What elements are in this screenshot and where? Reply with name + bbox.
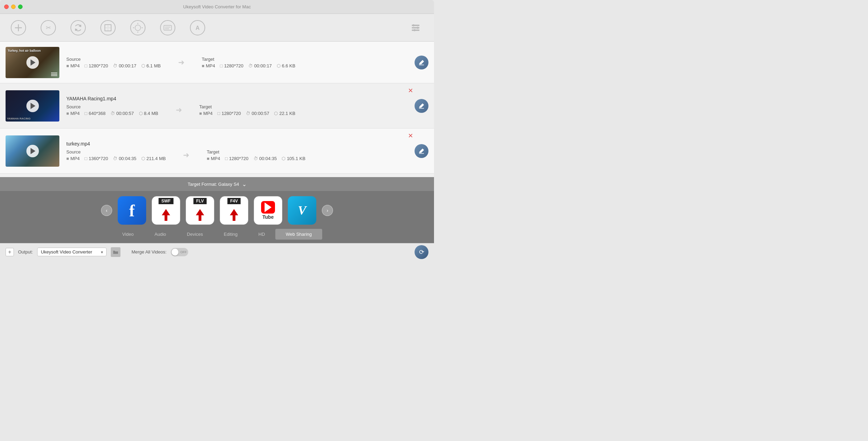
source-label: Source xyxy=(66,104,158,109)
format-vimeo[interactable]: V xyxy=(288,196,316,225)
tab-hd[interactable]: HD xyxy=(248,229,275,240)
file-thumbnail[interactable] xyxy=(6,135,59,167)
subtitle-tool-button[interactable] xyxy=(160,20,176,36)
play-button[interactable] xyxy=(26,56,39,69)
close-file-button[interactable]: ✕ xyxy=(408,132,413,140)
add-file-button[interactable]: + xyxy=(6,248,14,256)
tab-devices[interactable]: Devices xyxy=(176,229,213,240)
source-section: Source ■ MP4 □ 1360*720 ⏱ 00:04:35 xyxy=(66,149,166,161)
file-thumbnail[interactable]: YAMAHA RACING xyxy=(6,90,59,122)
carousel-next[interactable]: › xyxy=(322,205,333,216)
source-meta-items: ■ MP4 □ 1280*720 ⏱ 00:00:17 ⬡ xyxy=(66,63,161,68)
format-carousel: ‹ f SWF FLV xyxy=(0,196,434,225)
arrow-icon: ➜ xyxy=(171,58,191,67)
output-select[interactable]: Ukeysoft Video Converter xyxy=(37,248,107,256)
app-title: Ukeysoft Video Converter for Mac xyxy=(183,4,251,9)
format-facebook[interactable]: f xyxy=(118,196,146,225)
toggle-off-label: OFF xyxy=(181,250,187,254)
target-size: ⬡ 6.6 KB xyxy=(277,63,295,68)
maximize-button[interactable] xyxy=(18,5,23,9)
tab-web-sharing[interactable]: Web Sharing xyxy=(275,229,322,240)
arrow-icon: ➜ xyxy=(169,106,189,115)
rotate-tool-button[interactable] xyxy=(70,20,86,36)
source-format: ■ MP4 xyxy=(66,63,80,68)
svg-marker-33 xyxy=(196,209,204,221)
carousel-prev[interactable]: ‹ xyxy=(101,205,112,216)
settings-button[interactable] xyxy=(408,20,424,36)
add-tool-button[interactable] xyxy=(10,20,26,36)
duration-icon: ⏱ xyxy=(113,63,117,68)
file-info: YAMAHA Racing1.mp4 Source ■ MP4 □ 640*36… xyxy=(59,96,415,116)
edit-button[interactable] xyxy=(415,56,428,69)
target-section: Target ■ MP4 □ 1280*720 ⏱ 00:04:35 xyxy=(207,149,305,161)
cut-tool-button[interactable]: ✂ xyxy=(40,20,56,36)
svg-point-11 xyxy=(135,25,141,31)
target-resolution: □ 1280*720 xyxy=(220,63,244,68)
svg-marker-34 xyxy=(230,209,238,221)
bottom-panel: ‹ f SWF FLV xyxy=(0,191,434,243)
merge-toggle[interactable]: OFF xyxy=(171,248,188,256)
edit-button[interactable] xyxy=(415,144,428,158)
file-thumbnail[interactable]: Turkey, hot air balloon xyxy=(6,47,59,78)
target-duration: ⏱ 00:00:17 xyxy=(248,63,272,68)
file-meta-row: Source ■ MP4 □ 1280*720 ⏱ 00:00:17 xyxy=(66,57,408,68)
minimize-button[interactable] xyxy=(11,5,16,9)
crop-tool-button[interactable] xyxy=(100,20,116,36)
files-area: Turkey, hot air balloon Source ■ MP4 xyxy=(0,42,434,177)
size-icon: ⬡ xyxy=(141,63,145,68)
source-meta-items: ■ MP4 □ 1360*720 ⏱ 00:04:35 ⬡ xyxy=(66,156,166,161)
target-section: Target ■ MP4 □ 1280*720 ⏱ 00:00:17 xyxy=(202,57,295,68)
target-meta-items: ■ MP4 □ 1280*720 ⏱ 00:00:17 ⬡ xyxy=(202,63,295,68)
toggle-track[interactable]: OFF xyxy=(171,248,188,256)
close-button[interactable] xyxy=(4,5,9,9)
source-section: Source ■ MP4 □ 1280*720 ⏱ 00:00:17 xyxy=(66,57,161,68)
svg-text:✂: ✂ xyxy=(46,24,51,31)
close-file-button[interactable]: ✕ xyxy=(408,87,413,94)
file-row: turkey.mp4 Source ■ MP4 □ 1360*720 xyxy=(0,128,434,174)
toggle-knob xyxy=(172,249,178,256)
format-bar-dropdown[interactable]: ⌄ xyxy=(242,181,247,188)
output-select-wrapper: Ukeysoft Video Converter ▼ xyxy=(37,248,107,256)
svg-point-10 xyxy=(131,20,145,35)
svg-text:A: A xyxy=(195,25,200,31)
svg-point-5 xyxy=(71,20,85,35)
tab-editing[interactable]: Editing xyxy=(214,229,248,240)
watermark-tool-button[interactable]: A xyxy=(190,20,206,36)
play-button[interactable] xyxy=(26,100,39,112)
merge-label: Merge All Videos: xyxy=(132,249,167,255)
file-meta-row: Source ■ MP4 □ 1360*720 ⏱ 00:04:35 xyxy=(66,149,408,161)
folder-button[interactable] xyxy=(111,247,120,257)
output-label: Output: xyxy=(18,249,33,255)
format-icons: f SWF FLV xyxy=(118,196,316,225)
effect-tool-button[interactable] xyxy=(130,20,146,36)
svg-point-25 xyxy=(412,24,415,26)
edit-icon xyxy=(418,59,425,66)
thumbnail-menu[interactable] xyxy=(51,73,57,76)
file-meta-row: Source ■ MP4 □ 640*368 ⏱ 00:00:57 xyxy=(66,104,408,116)
source-label: Source xyxy=(66,57,161,62)
toolbar: ✂ xyxy=(0,14,434,42)
svg-rect-17 xyxy=(164,25,172,30)
format-bar: Target Format: Galaxy S4 ⌄ xyxy=(0,177,434,191)
format-youtube[interactable]: Tube xyxy=(254,196,282,225)
format-f4v[interactable]: F4V xyxy=(220,196,248,225)
format-icon: ■ xyxy=(66,63,69,68)
target-section: Target ■ MP4 □ 1280*720 ⏱ 00:00:57 xyxy=(199,104,295,116)
toolbar-icons: ✂ xyxy=(10,20,408,36)
play-button[interactable] xyxy=(26,145,39,157)
target-meta-items: ■ MP4 □ 1280*720 ⏱ 00:04:35 ⬡ xyxy=(207,156,305,161)
format-swf[interactable]: SWF xyxy=(152,196,180,225)
source-resolution: □ 1280*720 xyxy=(85,63,108,68)
target-label: Target xyxy=(207,149,305,155)
format-bar-label: Target Format: Galaxy S4 xyxy=(187,182,239,187)
format-flv[interactable]: FLV xyxy=(186,196,214,225)
target-format: ■ MP4 xyxy=(202,63,215,68)
source-duration: ⏱ 00:00:17 xyxy=(113,63,136,68)
titlebar: Ukeysoft Video Converter for Mac xyxy=(0,0,434,14)
edit-button[interactable] xyxy=(415,99,428,113)
tab-video[interactable]: Video xyxy=(112,229,144,240)
resolution-icon: □ xyxy=(85,63,87,68)
convert-button[interactable]: ⟳ xyxy=(415,245,428,259)
source-section: Source ■ MP4 □ 640*368 ⏱ 00:00:57 xyxy=(66,104,158,116)
tab-audio[interactable]: Audio xyxy=(144,229,176,240)
